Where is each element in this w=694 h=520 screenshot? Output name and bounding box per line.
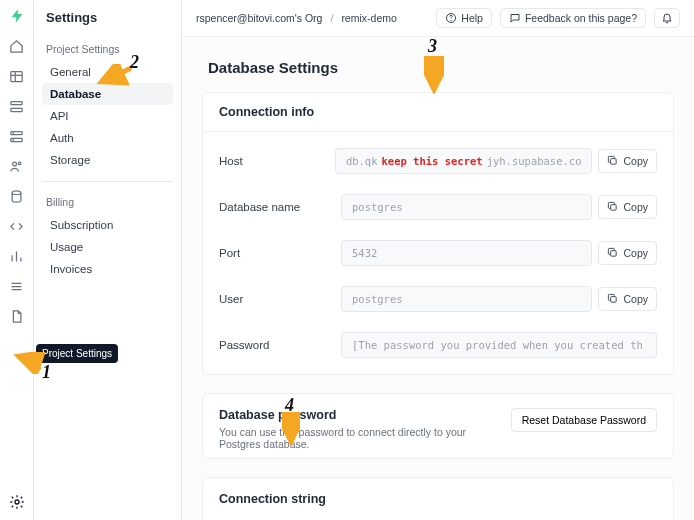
bell-icon [661,12,673,24]
tab-psql[interactable]: PSQL [219,514,251,520]
tab-python[interactable]: Python [531,514,568,520]
user-row: User postgres Copy [203,276,673,322]
dbname-value[interactable]: postgres [341,194,592,220]
dbname-label: Database name [219,201,329,213]
page-title: Database Settings [208,59,674,76]
breadcrumb-org[interactable]: rspencer@bitovi.com's Org [196,12,322,24]
copy-icon [607,201,619,213]
svg-point-6 [13,139,14,140]
sidebar-item-usage[interactable]: Usage [42,236,173,258]
copy-icon [607,293,619,305]
tab-golang[interactable]: Golang [301,514,339,520]
copy-port-button[interactable]: Copy [598,241,657,265]
icon-rail [0,0,34,520]
host-value[interactable]: db.qkkeep this secretjyh.supabase.co [335,148,593,174]
sidebar-item-invoices[interactable]: Invoices [42,258,173,280]
host-row: Host db.qkkeep this secretjyh.supabase.c… [203,138,673,184]
topbar: rspencer@bitovi.com's Org / remix-demo H… [182,0,694,37]
copy-dbname-button[interactable]: Copy [598,195,657,219]
password-row: Password [The password you provided when… [203,322,673,368]
port-row: Port 5432 Copy [203,230,673,276]
port-value[interactable]: 5432 [341,240,592,266]
dbname-row: Database name postgres Copy [203,184,673,230]
sidebar-item-auth[interactable]: Auth [42,127,173,149]
svg-rect-14 [611,205,617,211]
docs-icon[interactable] [9,308,25,324]
sidebar-item-subscription[interactable]: Subscription [42,214,173,236]
user-value[interactable]: postgres [341,286,592,312]
svg-point-10 [15,500,19,504]
connection-string-tabs: PSQL URI Golang JDBC .NET Nodejs PHP Pyt… [203,510,673,520]
logo-icon[interactable] [9,8,25,24]
tab-php[interactable]: PHP [491,514,517,520]
reset-password-button[interactable]: Reset Database Password [511,408,657,432]
storage-icon[interactable] [9,128,25,144]
sidebar-item-database[interactable]: Database [42,83,173,105]
connection-info-card: Connection info Host db.qkkeep this secr… [202,92,674,375]
svg-rect-1 [11,101,22,104]
db-password-title: Database password [219,408,501,422]
port-label: Port [219,247,329,259]
password-label: Password [219,339,329,351]
copy-icon [607,247,619,259]
main-content: rspencer@bitovi.com's Org / remix-demo H… [182,0,694,520]
svg-rect-2 [11,108,22,111]
svg-rect-0 [11,71,22,81]
database-icon[interactable] [9,188,25,204]
reports-icon[interactable] [9,248,25,264]
db-password-card: Database password You can use this passw… [202,393,674,459]
chat-icon [509,12,521,24]
password-value[interactable]: [The password you provided when you crea… [341,332,657,358]
sidebar-item-api[interactable]: API [42,105,173,127]
code-icon[interactable] [9,218,25,234]
db-password-desc: You can use this password to connect dir… [219,426,499,450]
svg-point-8 [18,162,21,165]
svg-point-12 [451,20,452,21]
help-button[interactable]: Help [436,8,492,28]
tab-dotnet[interactable]: .NET [398,514,426,520]
connection-info-title: Connection info [203,93,673,132]
sidebar-item-general[interactable]: General [42,61,173,83]
svg-rect-16 [611,297,617,303]
table-editor-icon[interactable] [9,68,25,84]
connection-string-card: Connection string PSQL URI Golang JDBC .… [202,477,674,520]
tab-uri[interactable]: URI [265,514,287,520]
svg-point-9 [12,190,21,194]
svg-point-7 [13,162,17,166]
feedback-button[interactable]: Feedback on this page? [500,8,646,28]
sidebar-item-storage[interactable]: Storage [42,149,173,171]
svg-rect-15 [611,251,617,256]
users-icon[interactable] [9,158,25,174]
tab-nodejs[interactable]: Nodejs [440,514,477,520]
list-icon[interactable] [9,278,25,294]
settings-sidebar: Settings Project Settings General Databa… [34,0,182,520]
sidebar-title: Settings [42,10,173,25]
help-icon [445,12,457,24]
notifications-button[interactable] [654,8,680,28]
sidebar-group-billing: Billing [42,192,173,214]
copy-icon [607,155,619,167]
connection-string-title: Connection string [203,478,673,510]
settings-tooltip: Project Settings [36,344,118,363]
copy-user-button[interactable]: Copy [598,287,657,311]
sidebar-group-project: Project Settings [42,39,173,61]
breadcrumb-sep: / [330,12,333,24]
svg-rect-13 [611,159,617,165]
copy-host-button[interactable]: Copy [598,149,657,173]
auth-icon[interactable] [9,98,25,114]
tab-jdbc[interactable]: JDBC [353,514,384,520]
breadcrumb-project[interactable]: remix-demo [341,12,396,24]
svg-point-5 [13,132,14,133]
home-icon[interactable] [9,38,25,54]
user-label: User [219,293,329,305]
settings-icon[interactable] [9,494,25,510]
host-label: Host [219,155,323,167]
